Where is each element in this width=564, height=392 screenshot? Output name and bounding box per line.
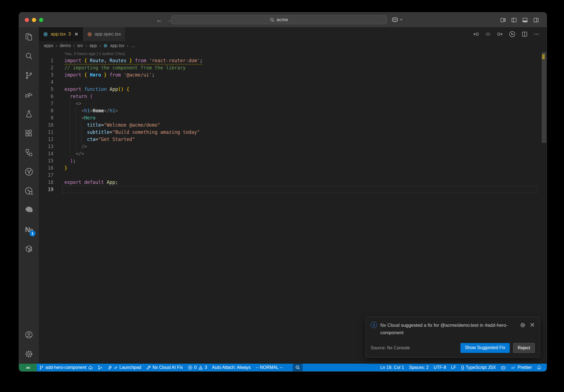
status-problems[interactable]: 0 3 <box>185 364 210 371</box>
line-number[interactable]: 4 <box>39 78 53 86</box>
status-cursor-position[interactable]: Ln 19, Col 1 <box>378 364 406 371</box>
zoom-window-button[interactable] <box>39 18 43 22</box>
line-number[interactable]: 7 <box>39 100 53 107</box>
breadcrumb-item[interactable]: app <box>90 43 97 48</box>
reject-button[interactable]: Reject <box>513 343 535 353</box>
sidebar-item-references[interactable] <box>19 143 39 162</box>
breadcrumb-item[interactable]: src <box>77 43 83 48</box>
copilot-menu-button[interactable] <box>391 16 403 23</box>
accounts-button[interactable] <box>19 325 39 344</box>
show-suggested-fix-button[interactable]: Show Suggested Fix <box>460 343 510 353</box>
line-content: return ( <box>64 93 93 100</box>
settings-button[interactable] <box>19 344 39 364</box>
code-line[interactable]: 11 subtitle="Build something amazing tod… <box>39 129 547 136</box>
notification-settings-icon[interactable] <box>520 322 525 328</box>
code-line[interactable]: 4 <box>39 78 547 86</box>
line-number[interactable]: 17 <box>39 172 53 179</box>
status-launchpad[interactable]: Launchpad <box>105 364 144 371</box>
line-number[interactable]: 2 <box>39 64 53 71</box>
status-source-control-graph[interactable] <box>95 364 105 371</box>
code-line[interactable]: 12 cta="Get Started" <box>39 136 547 143</box>
line-number[interactable]: 18 <box>39 179 53 186</box>
close-tab-icon[interactable]: ✕ <box>74 31 78 37</box>
toggle-secondary-sidebar-icon[interactable] <box>533 17 539 23</box>
tab-app-spec-tsx[interactable]: app.spec.tsx <box>83 27 125 41</box>
sidebar-item-source-control[interactable] <box>19 66 39 85</box>
sidebar-item-package[interactable] <box>19 239 39 258</box>
close-icon[interactable] <box>530 322 535 327</box>
line-number[interactable]: 19 <box>39 186 53 193</box>
sidebar-item-nx-project-details[interactable] <box>19 181 39 201</box>
line-number[interactable]: 14 <box>39 150 53 157</box>
line-number[interactable]: 5 <box>39 86 53 93</box>
code-line[interactable]: 15 ); <box>39 157 547 164</box>
line-number[interactable]: 13 <box>39 143 53 150</box>
line-number[interactable]: 15 <box>39 157 53 164</box>
sidebar-item-explorer[interactable] <box>19 27 39 47</box>
breadcrumb-more[interactable]: … <box>131 43 135 48</box>
code-line[interactable]: 14 </> <box>39 150 547 157</box>
breadcrumb-item[interactable]: apps <box>44 43 53 48</box>
command-center-search[interactable]: acme <box>171 15 387 24</box>
code-line[interactable]: 18export default App; <box>39 179 547 186</box>
line-number[interactable]: 8 <box>39 107 53 114</box>
breadcrumb-item[interactable]: app.tsx <box>110 43 124 48</box>
status-notifications-bell[interactable] <box>534 364 544 371</box>
line-number[interactable]: 3 <box>39 71 53 78</box>
line-number[interactable]: 10 <box>39 121 53 129</box>
change-marker-icon[interactable] <box>485 31 491 37</box>
line-number[interactable]: 16 <box>39 164 53 172</box>
vertical-scrollbar[interactable] <box>542 52 546 143</box>
code-line[interactable]: 9 <Hero <box>39 114 547 121</box>
status-indentation[interactable]: Spaces: 2 <box>406 364 431 371</box>
code-line[interactable]: 7 <> <box>39 100 547 107</box>
more-actions-icon[interactable] <box>533 31 539 37</box>
split-editor-icon[interactable] <box>522 31 528 37</box>
sidebar-item-extensions[interactable] <box>19 124 39 143</box>
code-line[interactable]: 6 return ( <box>39 93 547 100</box>
next-change-icon[interactable] <box>497 31 503 37</box>
remote-indicator[interactable]: >< <box>19 364 37 371</box>
line-number[interactable]: 12 <box>39 136 53 143</box>
sidebar-item-search[interactable] <box>19 47 39 66</box>
previous-change-icon[interactable] <box>473 31 479 37</box>
code-line[interactable]: 17 <box>39 172 547 179</box>
status-vim-mode[interactable]: -- NORMAL -- <box>253 364 285 371</box>
code-line[interactable]: 1import { Route, Routes } from 'react-ro… <box>39 57 547 64</box>
line-number[interactable]: 1 <box>39 57 53 64</box>
status-eol[interactable]: LF <box>449 364 459 371</box>
customize-layout-icon[interactable] <box>500 17 506 23</box>
line-number[interactable]: 6 <box>39 93 53 100</box>
code-line[interactable]: 2// importing the component from the lib… <box>39 64 547 71</box>
breadcrumb-item[interactable]: demo <box>60 43 71 48</box>
code-line[interactable]: 16} <box>39 164 547 172</box>
line-number[interactable]: 9 <box>39 114 53 121</box>
code-line[interactable]: 8 <h1>Home</h1> <box>39 107 547 114</box>
toggle-panel-icon[interactable] <box>522 17 528 23</box>
status-formatter[interactable]: Prettier <box>508 364 534 371</box>
sidebar-item-run-debug[interactable] <box>19 85 39 104</box>
code-line[interactable]: 13 /> <box>39 143 547 150</box>
close-window-button[interactable] <box>25 18 29 22</box>
line-content: ); <box>64 157 76 164</box>
sidebar-item-edge-browser[interactable] <box>19 201 39 220</box>
code-line[interactable]: 10 title="Welcmoe @acme/demo" <box>39 121 547 129</box>
status-auto-attach[interactable]: Auto Attach: Always <box>210 364 253 371</box>
status-encoding[interactable]: UTF-8 <box>431 364 448 371</box>
toggle-primary-sidebar-icon[interactable] <box>511 17 517 23</box>
minimize-window-button[interactable] <box>32 18 36 22</box>
status-language-mode[interactable]: {} TypeScript JSX <box>459 364 498 371</box>
nx-graph-action-icon[interactable] <box>509 31 516 38</box>
sidebar-item-testing[interactable] <box>19 104 39 124</box>
code-line[interactable]: 5export function App() { <box>39 86 547 93</box>
tab-app-tsx[interactable]: app.tsx 3 ✕ <box>39 27 83 41</box>
sidebar-item-nx-console[interactable]: N» 1 <box>19 220 39 239</box>
status-branch[interactable]: add-hero-component <box>37 364 95 371</box>
status-nx-cloud-ai-fix[interactable]: Nx Cloud AI Fix <box>144 364 185 371</box>
history-back-icon[interactable]: ← <box>156 16 162 24</box>
status-zoom-out[interactable] <box>293 364 303 371</box>
status-copilot[interactable] <box>498 364 508 371</box>
code-line[interactable]: 3import { Hero } from '@acme/ui'; <box>39 71 547 78</box>
line-number[interactable]: 11 <box>39 129 53 136</box>
sidebar-item-nx-project-graph[interactable] <box>19 162 39 181</box>
